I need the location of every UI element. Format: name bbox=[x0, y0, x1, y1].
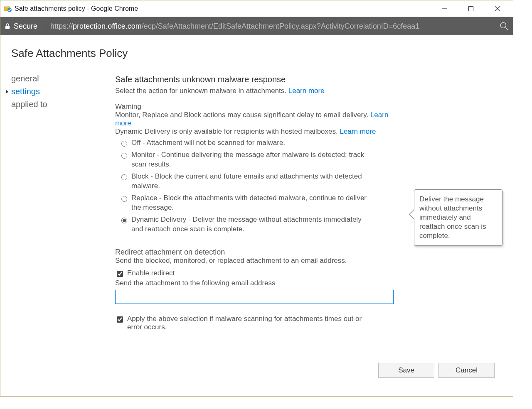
minimize-button[interactable] bbox=[438, 2, 451, 15]
maximize-button[interactable] bbox=[465, 2, 477, 15]
learn-more-link-1[interactable]: Learn more bbox=[288, 87, 325, 95]
address-bar: Secure https://protection.office.com/ecp… bbox=[0, 17, 513, 35]
redirect-email-label: Send the attachment to the following ema… bbox=[115, 279, 402, 287]
apply-timeout-checkbox[interactable] bbox=[117, 316, 123, 323]
section-heading: Safe attachments unknown malware respons… bbox=[115, 75, 402, 84]
radio-row-off: Off - Attachment will not be scanned for… bbox=[119, 138, 402, 148]
response-radio-group: Off - Attachment will not be scanned for… bbox=[115, 138, 402, 234]
close-button[interactable] bbox=[491, 2, 504, 15]
svg-line-8 bbox=[505, 27, 508, 30]
lock-icon bbox=[5, 23, 10, 29]
svg-rect-3 bbox=[469, 6, 473, 11]
window-title: Safe attachments policy - Google Chrome bbox=[15, 5, 138, 12]
enable-redirect-row: Enable redirect bbox=[115, 269, 402, 278]
radio-replace[interactable] bbox=[121, 196, 127, 202]
url-protocol: https:// bbox=[50, 22, 73, 30]
redirect-heading: Redirect attachment on detection bbox=[115, 248, 402, 257]
save-button[interactable]: Save bbox=[378, 363, 434, 378]
url-host: protection.office.com bbox=[73, 22, 142, 30]
apply-timeout-row: Apply the above selection if malware sca… bbox=[115, 315, 402, 331]
sidebar-item-settings[interactable]: settings bbox=[11, 85, 115, 98]
dynamic-delivery-tooltip: Deliver the message without attachments … bbox=[414, 189, 502, 246]
url-display[interactable]: https://protection.office.com/ecp/SafeAt… bbox=[50, 22, 497, 31]
page-title: Safe Attachments Policy bbox=[11, 47, 513, 60]
secure-label: Secure bbox=[14, 22, 37, 31]
radio-block[interactable] bbox=[121, 174, 127, 180]
radio-off-label: Off - Attachment will not be scanned for… bbox=[131, 138, 285, 148]
zoom-icon[interactable] bbox=[500, 22, 509, 31]
svg-point-1 bbox=[7, 8, 12, 12]
sidebar-item-applied-to[interactable]: applied to bbox=[11, 98, 115, 111]
radio-off[interactable] bbox=[121, 141, 127, 147]
apply-timeout-label: Apply the above selection if malware sca… bbox=[127, 315, 377, 331]
section-desc: Select the action for unknown malware in… bbox=[115, 87, 402, 95]
radio-row-replace: Replace - Block the attachments with det… bbox=[119, 193, 402, 213]
svg-point-7 bbox=[500, 22, 506, 28]
warning-label: Warning bbox=[115, 103, 402, 111]
sidebar-item-general[interactable]: general bbox=[11, 72, 115, 85]
warning-block: Warning Monitor, Replace and Block actio… bbox=[115, 103, 402, 136]
radio-replace-label: Replace - Block the attachments with det… bbox=[131, 193, 372, 213]
enable-redirect-label: Enable redirect bbox=[127, 269, 175, 277]
radio-block-label: Block - Block the current and future ema… bbox=[131, 172, 372, 191]
radio-monitor[interactable] bbox=[121, 153, 127, 159]
footer-buttons: Save Cancel bbox=[378, 363, 495, 378]
window: Safe attachments policy - Google Chrome … bbox=[0, 0, 513, 397]
radio-dynamic-label: Dynamic Delivery - Deliver the message w… bbox=[131, 215, 372, 234]
main-panel: Safe attachments unknown malware respons… bbox=[115, 71, 406, 331]
warning-line-2: Dynamic Delivery is only available for r… bbox=[115, 127, 402, 136]
radio-row-dynamic: Dynamic Delivery - Deliver the message w… bbox=[119, 215, 402, 234]
radio-monitor-label: Monitor - Continue delivering the messag… bbox=[131, 150, 372, 169]
svg-rect-6 bbox=[5, 26, 10, 29]
app-icon bbox=[4, 5, 12, 13]
radio-row-monitor: Monitor - Continue delivering the messag… bbox=[119, 150, 402, 169]
timeout-section: Apply the above selection if malware sca… bbox=[115, 315, 402, 331]
redirect-section: Redirect attachment on detection Send th… bbox=[115, 248, 402, 304]
cancel-button[interactable]: Cancel bbox=[438, 363, 495, 378]
title-bar: Safe attachments policy - Google Chrome bbox=[0, 0, 513, 17]
sidebar: general settings applied to bbox=[11, 71, 115, 331]
redirect-desc: Send the blocked, monitored, or replaced… bbox=[115, 257, 402, 265]
radio-row-block: Block - Block the current and future ema… bbox=[119, 172, 402, 191]
window-controls bbox=[438, 2, 511, 15]
learn-more-link-3[interactable]: Learn more bbox=[340, 127, 376, 135]
enable-redirect-checkbox[interactable] bbox=[117, 271, 123, 277]
section-desc-text: Select the action for unknown malware in… bbox=[115, 87, 288, 95]
radio-dynamic[interactable] bbox=[121, 218, 127, 223]
warning-line-1: Monitor, Replace and Block actions may c… bbox=[115, 111, 402, 127]
redirect-email-input[interactable] bbox=[115, 290, 394, 304]
addrbar-separator bbox=[46, 21, 46, 31]
url-path: /ecp/SafeAttachment/EditSafeAttachmentPo… bbox=[142, 22, 420, 30]
